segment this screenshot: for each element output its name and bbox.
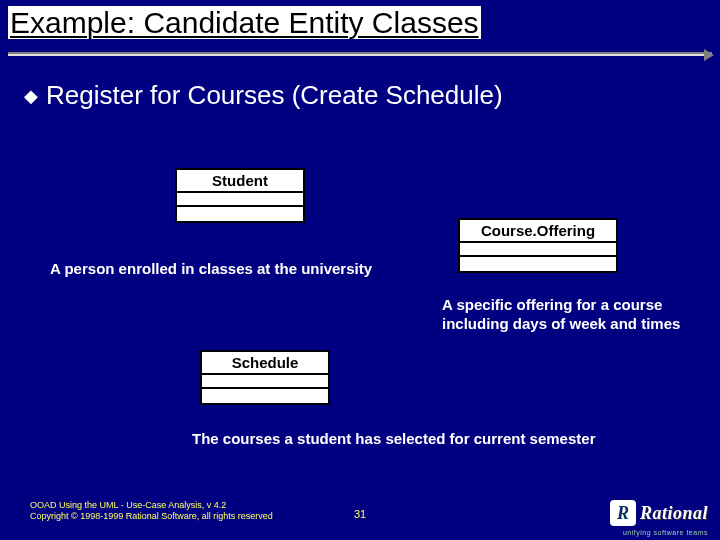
entity-courseoffering-attr-row bbox=[460, 243, 616, 257]
footer-credits: OOAD Using the UML - Use-Case Analysis, … bbox=[30, 500, 273, 522]
entity-courseoffering-name: Course.Offering bbox=[460, 220, 616, 243]
entity-student-attr-row bbox=[177, 193, 303, 207]
entity-student-desc: A person enrolled in classes at the univ… bbox=[50, 260, 430, 279]
entity-courseoffering-op-row bbox=[460, 257, 616, 271]
footer-line1: OOAD Using the UML - Use-Case Analysis, … bbox=[30, 500, 273, 511]
entity-schedule-box: Schedule bbox=[200, 350, 330, 405]
entity-schedule-name: Schedule bbox=[202, 352, 328, 375]
entity-schedule-desc: The courses a student has selected for c… bbox=[192, 430, 712, 449]
slide-title: Example: Candidate Entity Classes bbox=[8, 6, 481, 39]
title-rule bbox=[8, 52, 712, 56]
entity-courseoffering-box: Course.Offering bbox=[458, 218, 618, 273]
footer-line2: Copyright © 1998-1999 Rational Software,… bbox=[30, 511, 273, 522]
bullet-diamond-icon: ◆ bbox=[24, 87, 38, 105]
entity-student-name: Student bbox=[177, 170, 303, 193]
bullet-item: ◆ Register for Courses (Create Schedule) bbox=[24, 80, 503, 111]
entity-student-box: Student bbox=[175, 168, 305, 223]
rational-logo-subtext: unifying software teams bbox=[623, 529, 708, 536]
entity-schedule-attr-row bbox=[202, 375, 328, 389]
entity-courseoffering-desc: A specific offering for a course includi… bbox=[442, 296, 710, 334]
page-number: 31 bbox=[354, 508, 366, 520]
rational-logo-text: Rational bbox=[640, 503, 708, 524]
title-area: Example: Candidate Entity Classes bbox=[8, 6, 712, 56]
entity-student-op-row bbox=[177, 207, 303, 221]
rational-logo: R Rational bbox=[610, 500, 708, 526]
bullet-text: Register for Courses (Create Schedule) bbox=[46, 80, 503, 111]
rational-logo-mark: R bbox=[610, 500, 636, 526]
entity-schedule-op-row bbox=[202, 389, 328, 403]
